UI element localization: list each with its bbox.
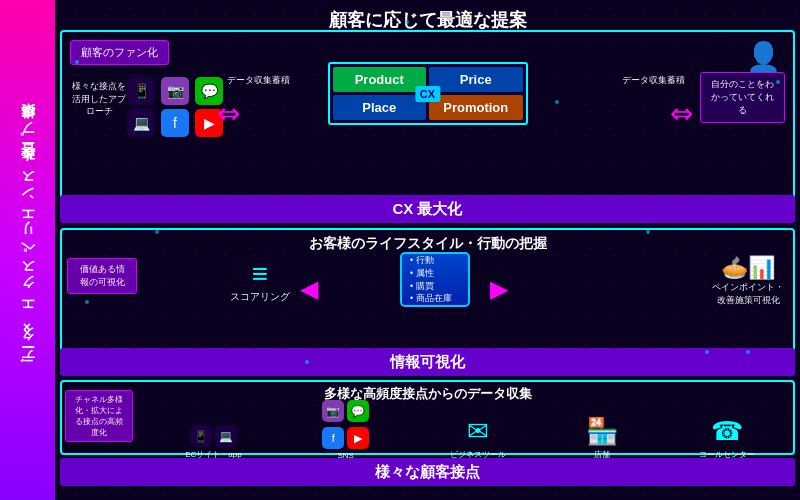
- dot-2: [405, 20, 409, 24]
- icons-row: 📱 📷 💬 💻 f ▶: [127, 77, 223, 137]
- db-item-4: 商品在庫: [410, 292, 452, 305]
- data-collect-right: データ収集蓄積: [622, 74, 685, 87]
- tablet-icon: 💻: [127, 109, 155, 137]
- right-text-box: 自分のことをわかっていてくれる: [700, 72, 785, 123]
- section2-title: お客様のライフスタイル・行動の把握: [55, 235, 800, 253]
- dot-7: [646, 230, 650, 234]
- dot-6: [305, 360, 309, 364]
- bottom-bar: 様々な顧客接点: [60, 458, 795, 486]
- dot-9: [705, 350, 709, 354]
- dot-3: [776, 80, 780, 84]
- fourp-grid: Product Price Place Promotion CX: [328, 62, 528, 125]
- email-icon: ✉: [467, 416, 489, 447]
- arrow-left-icon: ⇔: [217, 97, 240, 130]
- arrow-mid-left-icon: ◀: [300, 275, 318, 303]
- sns-group: 📷 💬 f ▶ SNS: [322, 400, 369, 460]
- pain-icons: 🥧📊: [708, 255, 788, 281]
- pain-label: ペインポイント・改善施策可視化: [708, 281, 788, 307]
- icon-row-top: 📱 📷 💬: [127, 77, 223, 105]
- fourp-promotion: Promotion: [429, 95, 523, 120]
- main-content: 顧客に応じて最適な提案 顧客のファン化 様々な接点を活用したアプローチ 📱 📷 …: [55, 0, 800, 500]
- section-top: 顧客のファン化 様々な接点を活用したアプローチ 📱 📷 💬 💻 f ▶ データ収…: [60, 30, 795, 205]
- yt-small-icon: ▶: [347, 427, 369, 449]
- scoring-label: スコアリング: [230, 290, 290, 304]
- db-box: 行動 属性 購買 商品在庫: [385, 252, 485, 307]
- db-item-1: 行動: [410, 254, 434, 267]
- side-text: 様々な接点を活用したアプローチ: [70, 80, 128, 118]
- sns-icons-2: f ▶: [322, 427, 369, 449]
- mobile-small-icon: 📱: [190, 425, 212, 447]
- cx-bar: CX 最大化: [60, 195, 795, 223]
- bot-icons-row: 📱 💻 ECサイト・app 📷 💬 f ▶ SNS ✉ ビジネスツール 🏪 店舗: [145, 400, 795, 460]
- fourp-place: Place: [333, 95, 427, 120]
- ec-icons: 📱 💻: [190, 425, 237, 447]
- pain-box: 🥧📊 ペインポイント・改善施策可視化: [708, 255, 788, 307]
- data-collect-left: データ収集蓄積: [227, 74, 290, 87]
- biz-group: ✉ ビジネスツール: [450, 416, 506, 460]
- icon-row-bot: 💻 f ▶: [127, 109, 223, 137]
- sns-icons: 📷 💬: [322, 400, 369, 422]
- db-item-2: 属性: [410, 267, 434, 280]
- facebook-icon: f: [161, 109, 189, 137]
- person-icon: 👤: [746, 40, 781, 73]
- arrow-right-icon: ⇔: [670, 97, 693, 130]
- dot-5: [746, 350, 750, 354]
- call-group: ☎ コールセンター: [699, 416, 755, 460]
- person-area: 👤: [746, 40, 781, 73]
- left-banner: データ×エクスペリエンス改善ループ構築: [0, 0, 55, 500]
- dot-4: [155, 230, 159, 234]
- tablet-small-icon: 💻: [215, 425, 237, 447]
- fourp-price: Price: [429, 67, 523, 92]
- value-box: 価値ある情報の可視化: [67, 258, 137, 294]
- arrow-mid-right-icon: ▶: [490, 275, 508, 303]
- fourp-cx-label: CX: [415, 86, 440, 102]
- store-group: 🏪 店舗: [586, 416, 618, 460]
- db-item-3: 購買: [410, 280, 434, 293]
- instagram-icon: 📷: [161, 77, 189, 105]
- store-icon: 🏪: [586, 416, 618, 447]
- call-icon: ☎: [711, 416, 743, 447]
- scoring-icon: ≡: [230, 258, 290, 290]
- ec-group: 📱 💻 ECサイト・app: [185, 425, 241, 460]
- db-cylinder: 行動 属性 購買 商品在庫: [400, 252, 470, 307]
- ig-small-icon: 📷: [322, 400, 344, 422]
- left-banner-text: データ×エクスペリエンス改善ループ構築: [18, 127, 38, 373]
- dot-1: [75, 60, 79, 64]
- dot-10: [85, 300, 89, 304]
- info-bar: 情報可視化: [60, 348, 795, 376]
- fourp-container: Product Price Place Promotion CX: [328, 62, 528, 125]
- mobile-icon: 📱: [127, 77, 155, 105]
- fan-box: 顧客のファン化: [70, 40, 169, 65]
- line-small-icon: 💬: [347, 400, 369, 422]
- fourp-product: Product: [333, 67, 427, 92]
- scoring-box: ≡ スコアリング: [230, 258, 290, 304]
- fb-small-icon: f: [322, 427, 344, 449]
- dot-8: [555, 100, 559, 104]
- top-title: 顧客に応じて最適な提案: [55, 8, 800, 32]
- channel-box: チャネル多様化・拡大による接点の高頻度化: [65, 390, 133, 442]
